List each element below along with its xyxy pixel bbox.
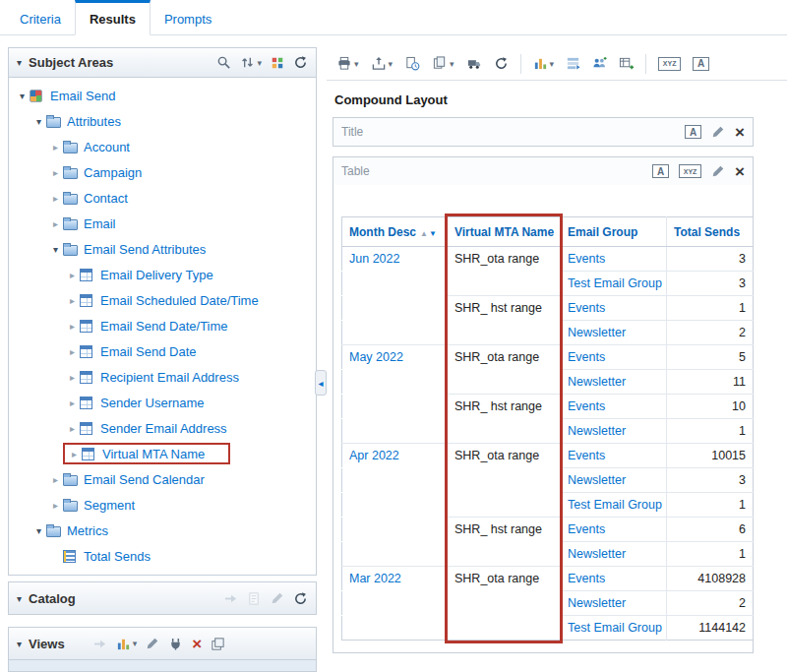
- refresh-button[interactable]: [293, 55, 308, 70]
- collapse-section-icon[interactable]: ▾: [17, 593, 22, 604]
- cell-month[interactable]: Mar 2022: [342, 567, 448, 591]
- refresh-button[interactable]: [293, 591, 308, 606]
- cell-email-group[interactable]: Events: [561, 247, 667, 272]
- go-button[interactable]: [92, 637, 107, 651]
- schedule-button[interactable]: [404, 56, 420, 71]
- tree-item-account[interactable]: ▸Account: [9, 134, 316, 159]
- cell-email-group[interactable]: Events: [561, 567, 667, 591]
- cell-email-group[interactable]: Newsletter: [561, 321, 667, 345]
- cell-email-group[interactable]: Events: [561, 345, 667, 370]
- panel-splitter[interactable]: ◂: [317, 35, 327, 672]
- expand-closed-icon[interactable]: ▸: [48, 500, 63, 511]
- expand-closed-icon[interactable]: ▸: [65, 423, 80, 434]
- tree-item-email[interactable]: ▸Email: [9, 211, 316, 236]
- collapse-section-icon[interactable]: ▾: [17, 57, 22, 68]
- expand-closed-icon[interactable]: ▸: [65, 346, 80, 357]
- expand-open-icon[interactable]: ▾: [48, 244, 63, 255]
- tree-item-email-delivery-type[interactable]: ▸Email Delivery Type: [9, 262, 316, 287]
- tree-item-recipient-email-address[interactable]: ▸Recipient Email Address: [9, 364, 316, 390]
- tree-item-virtual-mta-name[interactable]: ▸Virtual MTA Name: [9, 441, 316, 466]
- edit-view-icon[interactable]: [711, 125, 725, 139]
- plug-button[interactable]: [168, 637, 183, 651]
- tree-item-email-send-date[interactable]: ▸Email Send Date: [9, 338, 316, 364]
- xyz-properties-icon[interactable]: XYZ: [679, 164, 701, 178]
- tree-item-email-send-attributes[interactable]: ▾Email Send Attributes: [9, 236, 316, 262]
- cell-email-group[interactable]: Newsletter: [561, 468, 667, 493]
- expand-closed-icon[interactable]: ▸: [48, 193, 63, 204]
- cell-month[interactable]: Jun 2022: [342, 247, 448, 272]
- expand-closed-icon[interactable]: ▸: [67, 449, 82, 459]
- print-button[interactable]: ▾: [336, 56, 359, 71]
- go-button[interactable]: [223, 591, 238, 606]
- expand-closed-icon[interactable]: ▸: [65, 397, 80, 408]
- remove-view-icon[interactable]: ×: [735, 163, 745, 180]
- collapse-section-icon[interactable]: ▾: [17, 639, 22, 649]
- tree-item-campaign[interactable]: ▸Campaign: [9, 159, 316, 185]
- cell-email-group[interactable]: Newsletter: [561, 419, 667, 444]
- cell-month[interactable]: Apr 2022: [342, 444, 448, 468]
- xyz-button[interactable]: XYZ: [658, 57, 681, 71]
- expand-closed-icon[interactable]: ▸: [48, 142, 63, 153]
- expand-closed-icon[interactable]: ▸: [48, 474, 63, 485]
- expand-closed-icon[interactable]: ▸: [48, 218, 63, 229]
- rows-button[interactable]: [566, 56, 580, 71]
- table-plus-button[interactable]: [619, 56, 634, 71]
- cell-email-group[interactable]: Newsletter: [561, 591, 667, 616]
- sort-descending-icon[interactable]: ▼: [429, 229, 437, 238]
- expand-closed-icon[interactable]: ▸: [48, 167, 63, 178]
- expand-closed-icon[interactable]: ▸: [65, 270, 80, 280]
- pencil-button[interactable]: [146, 637, 159, 650]
- tab-prompts[interactable]: Prompts: [151, 0, 225, 34]
- expand-open-icon[interactable]: ▾: [31, 525, 46, 536]
- sort-button[interactable]: ▾: [240, 55, 262, 70]
- tree-item-total-sends[interactable]: Total Sends: [9, 543, 316, 569]
- format-a-button[interactable]: A: [693, 57, 709, 71]
- column-header-total-sends[interactable]: Total Sends: [667, 217, 754, 247]
- remove-view-icon[interactable]: ×: [735, 124, 745, 141]
- format-container-icon[interactable]: A: [685, 125, 701, 139]
- tab-criteria[interactable]: Criteria: [6, 0, 75, 34]
- cell-month[interactable]: May 2022: [342, 345, 448, 370]
- pencil-button[interactable]: [271, 591, 284, 605]
- people-button[interactable]: [592, 56, 607, 71]
- duplicate-button[interactable]: [211, 637, 225, 651]
- tree-item-email-send-calendar[interactable]: ▸Email Send Calendar: [9, 466, 316, 492]
- cell-email-group[interactable]: Test Email Group: [561, 493, 667, 518]
- copy-button[interactable]: ▾: [432, 56, 454, 71]
- sort-ascending-icon[interactable]: ▲: [420, 229, 428, 238]
- collapse-panel-icon[interactable]: ◂: [315, 370, 327, 396]
- close-red-button[interactable]: ×: [192, 636, 202, 652]
- tree-item-contact[interactable]: ▸Contact: [9, 185, 316, 211]
- column-header-email-group[interactable]: Email Group: [561, 217, 667, 247]
- cell-email-group[interactable]: Events: [561, 296, 667, 321]
- cell-email-group[interactable]: Events: [561, 395, 667, 419]
- tree-item-metrics[interactable]: ▾Metrics: [9, 518, 316, 543]
- refresh-button[interactable]: [494, 56, 509, 71]
- cell-email-group[interactable]: Events: [561, 518, 667, 542]
- doc-add-button[interactable]: [247, 591, 262, 606]
- expand-closed-icon[interactable]: ▸: [65, 372, 80, 383]
- tree-item-sender-email-address[interactable]: ▸Sender Email Address: [9, 415, 316, 441]
- tree-item-attributes[interactable]: ▾Attributes: [9, 108, 316, 134]
- pivot-button[interactable]: [271, 56, 284, 70]
- expand-open-icon[interactable]: ▾: [15, 91, 30, 101]
- tree-item-sender-username[interactable]: ▸Sender Username: [9, 390, 316, 415]
- edit-view-icon[interactable]: [711, 164, 725, 178]
- format-container-icon[interactable]: A: [652, 164, 669, 178]
- expand-closed-icon[interactable]: ▸: [65, 321, 80, 332]
- agent-button[interactable]: [466, 56, 482, 71]
- expand-open-icon[interactable]: ▾: [31, 116, 46, 127]
- tab-results[interactable]: Results: [75, 0, 151, 35]
- tree-item-email-scheduled-date-time[interactable]: ▸Email Scheduled Date/Time: [9, 287, 316, 313]
- cell-email-group[interactable]: Events: [561, 444, 667, 468]
- chart-button[interactable]: ▾: [116, 637, 138, 651]
- column-header-month[interactable]: Month Desc▲▼: [342, 217, 448, 247]
- column-header-virtual-mta-name[interactable]: Virtual MTA Name: [448, 217, 561, 247]
- export-button[interactable]: ▾: [371, 56, 394, 71]
- chart-button[interactable]: ▾: [533, 56, 555, 71]
- cell-email-group[interactable]: Test Email Group: [561, 272, 667, 296]
- tree-item-segment[interactable]: ▸Segment: [9, 492, 316, 518]
- expand-closed-icon[interactable]: ▸: [65, 295, 80, 306]
- tree-item-email-send-date-time[interactable]: ▸Email Send Date/Time: [9, 313, 316, 338]
- search-button[interactable]: [216, 55, 231, 70]
